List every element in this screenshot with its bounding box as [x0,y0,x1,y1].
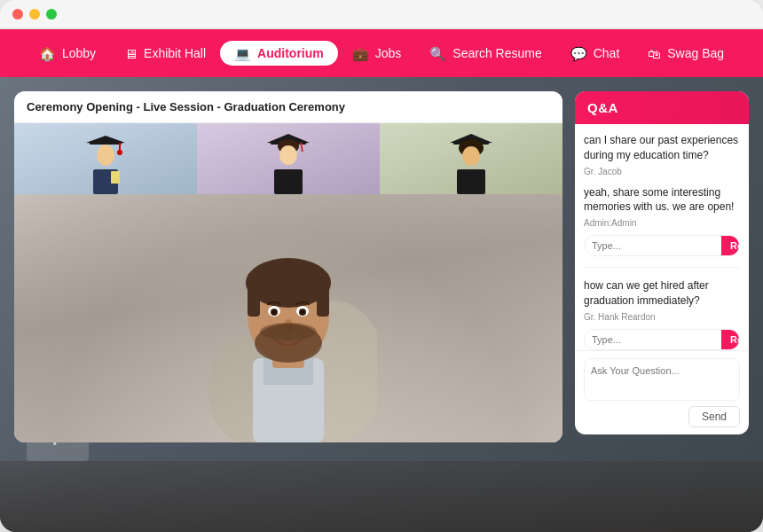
qa-reply-button-2[interactable]: Reply [721,330,740,349]
qa-reply-row-2: Reply [584,329,740,350]
svg-rect-17 [457,169,485,194]
qa-question-3-author: Gr. Hank Reardon [584,312,740,322]
svg-point-11 [279,145,297,165]
svg-point-29 [272,310,276,314]
qa-send-button[interactable]: Send [688,406,740,427]
title-bar [0,0,763,29]
qa-question-3: how can we get hired after graduation im… [584,278,740,350]
content-area: Ceremony Opening - Live Session - Gradua… [0,77,763,532]
main-content: F Ceremony Opening - Live Session - Grad… [0,77,763,532]
svg-point-3 [117,150,122,155]
qa-reply-input-2[interactable] [585,330,721,349]
qa-question-1-text: can I share our past experiences during … [584,133,740,163]
qa-question-1-author: Gr. Jacob [584,167,740,176]
chat-icon: 💬 [570,47,587,60]
nav-auditorium-label: Auditorium [257,46,324,60]
search-icon: 🔍 [429,47,446,60]
nav-swag-label: Swag Bag [667,46,724,60]
thumbnail-2[interactable] [197,123,380,194]
thumbnail-grid [14,123,562,194]
nav-exhibit-label: Exhibit Hall [144,46,206,60]
graduate-3-image [444,123,498,194]
navigation-bar: 🏠 Lobby 🖥 Exhibit Hall 💻 Auditorium 💼 Jo… [0,29,763,77]
swag-icon: 🛍 [648,47,661,60]
jobs-icon: 💼 [352,47,369,60]
nav-lobby-label: Lobby [62,46,96,60]
session-title: Ceremony Opening - Live Session - Gradua… [14,91,562,123]
nav-jobs[interactable]: 💼 Jobs [338,41,416,66]
exhibit-icon: 🖥 [124,47,138,60]
nav-jobs-label: Jobs [375,46,402,60]
maximize-dot[interactable] [46,9,57,20]
home-icon: 🏠 [39,47,56,60]
qa-body: can I share our past experiences during … [575,124,749,350]
qa-question-2-text: yeah, share some interesting memories wi… [584,185,740,215]
graduate-2-image [262,123,315,194]
svg-point-16 [462,146,480,166]
main-video [14,194,562,442]
nav-auditorium[interactable]: 💻 Auditorium [220,41,338,66]
qa-question-3-text: how can we get hired after graduation im… [584,278,740,309]
auditorium-icon: 💻 [234,47,251,60]
nav-search-label: Search Resume [452,46,541,60]
svg-point-35 [260,323,317,340]
video-section: Ceremony Opening - Live Session - Gradua… [14,91,562,442]
svg-rect-6 [111,171,120,184]
qa-panel: Q&A can I share our past experiences dur… [575,91,749,434]
nav-chat[interactable]: 💬 Chat [556,41,634,66]
qa-reply-input-1[interactable] [585,236,721,255]
qa-ask-area: Send [575,350,749,434]
qa-reply-button-1[interactable]: Reply [721,236,740,255]
nav-search-resume[interactable]: 🔍 Search Resume [415,41,555,66]
nav-exhibit-hall[interactable]: 🖥 Exhibit Hall [110,41,220,66]
thumbnail-1[interactable] [14,123,197,194]
svg-point-4 [97,145,114,166]
minimize-dot[interactable] [29,9,40,20]
qa-question-2-author: Admin:Admin [584,218,740,228]
qa-ask-textarea[interactable] [584,358,740,401]
graduate-1-image [79,123,132,194]
nav-chat-label: Chat [594,46,620,60]
svg-point-32 [301,310,304,314]
qa-question-2: yeah, share some interesting memories wi… [584,185,740,257]
svg-rect-25 [248,281,260,317]
svg-rect-12 [274,169,303,194]
main-speaker-image [200,194,377,442]
qa-divider [584,267,740,268]
app-window: 🏠 Lobby 🖥 Exhibit Hall 💻 Auditorium 💼 Jo… [0,0,763,532]
qa-question-1: can I share our past experiences during … [584,133,740,176]
close-dot[interactable] [12,9,23,20]
thumbnail-3[interactable] [380,123,562,194]
nav-swag-bag[interactable]: 🛍 Swag Bag [633,41,738,66]
qa-header: Q&A [575,91,749,124]
svg-rect-26 [317,281,329,317]
nav-lobby[interactable]: 🏠 Lobby [25,41,110,66]
qa-reply-row-1: Reply [584,235,740,256]
